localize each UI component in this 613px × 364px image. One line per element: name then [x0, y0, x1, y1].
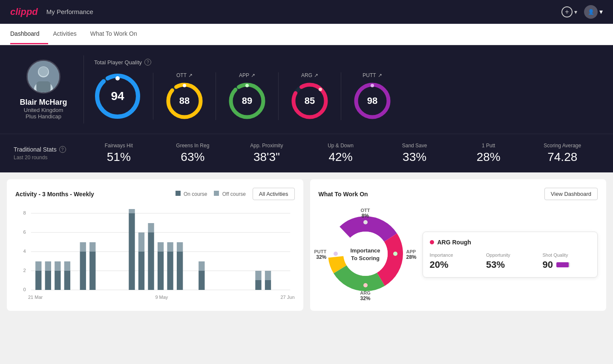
- chart-area: 0 2 4 6 8: [15, 207, 295, 292]
- quality-info-icon[interactable]: ?: [144, 59, 151, 66]
- svg-rect-58: [265, 280, 271, 290]
- app-logo: clippd: [10, 6, 38, 17]
- app-header: clippd My Performance + ▾ 👤 ▾: [0, 0, 613, 24]
- header-right: + ▾ 👤 ▾: [561, 5, 603, 19]
- user-avatar-button[interactable]: 👤 ▾: [584, 5, 603, 19]
- svg-text:2: 2: [23, 268, 26, 273]
- legend-on-course: On course: [176, 191, 207, 197]
- stat-greens-value: 63%: [156, 150, 230, 164]
- ott-label: OTT ↗: [176, 72, 193, 78]
- stats-label-col: Traditional Stats ? Last 20 rounds: [14, 146, 82, 161]
- legend-off-course: Off course: [214, 191, 245, 197]
- wtwon-title: What To Work On: [319, 191, 368, 198]
- svg-rect-53: [177, 242, 183, 252]
- svg-rect-56: [255, 280, 261, 290]
- arg-arrow-icon: ↗: [314, 72, 318, 78]
- tab-dashboard[interactable]: Dashboard: [10, 24, 48, 44]
- svg-rect-55: [199, 261, 204, 271]
- quality-label: Total Player Quality ?: [94, 59, 599, 66]
- stat-1-putt: 1 Putt 28%: [452, 143, 526, 164]
- svg-point-7: [115, 76, 120, 80]
- svg-point-10: [183, 84, 186, 87]
- svg-rect-40: [89, 252, 95, 290]
- svg-rect-32: [45, 271, 51, 290]
- svg-point-13: [245, 84, 249, 87]
- what-to-work-on-card: What To Work On View Dashboard: [310, 179, 607, 311]
- ott-arrow-icon: ↗: [188, 72, 193, 78]
- stat-scoring-label: Scoring Average: [525, 143, 599, 149]
- wtwon-header: What To Work On View Dashboard: [319, 188, 598, 200]
- gauges-row: 94 OTT ↗ 88: [94, 72, 599, 120]
- gauge-main: 94: [94, 73, 153, 120]
- add-circle-icon: +: [561, 6, 573, 17]
- gauge-ott: OTT ↗ 88: [153, 72, 216, 120]
- header-left: clippd My Performance: [10, 6, 93, 17]
- app-label: APP ↗: [239, 72, 255, 78]
- svg-rect-49: [158, 242, 164, 252]
- x-label-27jun: 27 Jun: [280, 295, 294, 300]
- gauge-arg: ARG ↗ 85: [279, 72, 341, 120]
- putt-label: PUTT ↗: [363, 72, 382, 78]
- metric-shot-quality: Shot Quality 90: [543, 252, 591, 270]
- svg-rect-31: [35, 261, 41, 271]
- add-chevron-icon: ▾: [574, 9, 577, 15]
- chart-x-labels: 21 Mar 9 May 27 Jun: [15, 295, 295, 300]
- svg-rect-38: [80, 252, 86, 290]
- arg-label: ARG ↗: [301, 72, 318, 78]
- metric-importance-value: 20%: [430, 259, 478, 270]
- vertical-divider: [83, 55, 84, 123]
- stat-up-down-value: 42%: [304, 150, 378, 164]
- svg-rect-54: [199, 271, 204, 290]
- metric-shot-quality-value: 90: [543, 259, 553, 270]
- player-info: Blair McHarg United Kingdom Plus Handica…: [14, 60, 73, 120]
- metric-opportunity-label: Opportunity: [486, 252, 534, 258]
- stats-label-title: Traditional Stats ?: [14, 146, 82, 153]
- stat-putt-label: 1 Putt: [452, 143, 526, 149]
- avatar-chevron-icon: ▾: [599, 8, 603, 16]
- svg-rect-57: [255, 271, 261, 280]
- stats-sublabel: Last 20 rounds: [14, 155, 82, 161]
- svg-rect-37: [64, 261, 70, 271]
- svg-rect-42: [129, 213, 135, 290]
- all-activities-button[interactable]: All Activities: [253, 188, 295, 200]
- stat-app-prox-label: App. Proximity: [230, 143, 304, 149]
- svg-rect-52: [177, 252, 183, 290]
- metric-shot-quality-label: Shot Quality: [543, 252, 591, 258]
- header-title: My Performance: [46, 8, 93, 15]
- stat-sand-save: Sand Save 33%: [377, 143, 452, 164]
- bottom-section: Activity - 3 Months - Weekly On course O…: [0, 172, 613, 318]
- svg-point-3: [39, 66, 48, 76]
- gauge-putt: PUTT ↗ 98: [341, 72, 403, 120]
- stat-fairways-hit: Fairways Hit 51%: [82, 143, 156, 164]
- metric-importance: Importance 20%: [430, 252, 478, 270]
- view-dashboard-button[interactable]: View Dashboard: [544, 188, 598, 200]
- stat-scoring-avg: Scoring Average 74.28: [525, 143, 599, 164]
- stat-app-proximity: App. Proximity 38'3": [230, 143, 304, 164]
- quality-main-value: 94: [111, 89, 124, 103]
- tab-what-to-work-on[interactable]: What To Work On: [90, 24, 146, 44]
- arg-segment-label: ARG 32%: [360, 290, 370, 301]
- info-card-dot: [430, 240, 434, 244]
- app-segment-label: APP 28%: [406, 249, 416, 260]
- stat-sand-label: Sand Save: [377, 143, 452, 149]
- svg-text:6: 6: [23, 229, 26, 235]
- svg-rect-47: [148, 223, 154, 232]
- svg-rect-4: [36, 81, 50, 92]
- activity-chart-card: Activity - 3 Months - Weekly On course O…: [7, 179, 303, 311]
- svg-point-65: [363, 220, 368, 224]
- stat-up-down-label: Up & Down: [304, 143, 378, 149]
- stats-row: Traditional Stats ? Last 20 rounds Fairw…: [0, 134, 613, 172]
- tab-activities[interactable]: Activities: [53, 24, 85, 44]
- info-card-metrics: Importance 20% Opportunity 53% Shot Qual…: [430, 252, 591, 270]
- putt-segment-label: PUTT 32%: [314, 249, 327, 260]
- stat-up-down: Up & Down 42%: [304, 143, 378, 164]
- stat-app-prox-value: 38'3": [230, 150, 304, 164]
- app-value: 89: [242, 95, 252, 106]
- metric-importance-label: Importance: [430, 252, 478, 258]
- svg-rect-44: [138, 252, 144, 290]
- svg-rect-30: [35, 271, 41, 290]
- add-button[interactable]: + ▾: [561, 6, 577, 17]
- putt-value: 98: [367, 95, 377, 106]
- svg-text:0: 0: [23, 287, 26, 292]
- stats-info-icon[interactable]: ?: [59, 146, 66, 153]
